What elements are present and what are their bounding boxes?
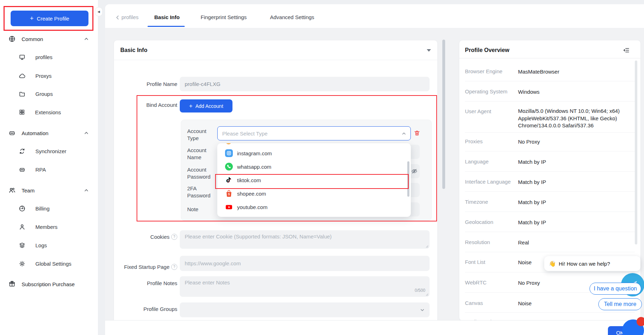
- divider: [465, 232, 635, 232]
- overview-row-label: Operating System: [465, 88, 516, 94]
- plus-icon: +: [189, 103, 192, 109]
- divider: [465, 212, 635, 212]
- sidebar-collapse-button[interactable]: ◀: [95, 7, 103, 16]
- overview-row-value: Real: [518, 239, 635, 247]
- chat-greeting-text: Hi! How can we help?: [559, 261, 610, 267]
- account-name-label: Account Name: [187, 147, 216, 161]
- cookies-textarea[interactable]: [180, 230, 430, 249]
- sidebar-section-automation[interactable]: Automation: [0, 127, 98, 139]
- profile-name-label: Profile Name: [121, 80, 177, 87]
- overview-row-label: Font List: [465, 259, 516, 265]
- profile-groups-label: Profile Groups: [121, 305, 177, 312]
- profile-notes-textarea[interactable]: [180, 276, 430, 297]
- back-button[interactable]: profiles: [115, 14, 139, 22]
- sidebar-item-extensions[interactable]: Extensions: [0, 106, 98, 119]
- overview-row-value: Match by IP: [518, 219, 635, 226]
- tab-basic-info[interactable]: Basic Info: [154, 14, 180, 22]
- chat-option-tell-me-more[interactable]: Tell me more: [598, 298, 642, 310]
- active-tab-underline: [148, 26, 185, 27]
- account-type-select[interactable]: Please Select Type: [217, 126, 411, 140]
- create-profile-button[interactable]: + Create Profile: [11, 11, 88, 26]
- collapse-panel-icon[interactable]: [623, 47, 629, 53]
- character-counter: 0/500: [393, 288, 425, 293]
- profile-groups-select[interactable]: [180, 302, 430, 317]
- chat-greeting-bubble[interactable]: 👋 Hi! How can we help?: [544, 256, 640, 271]
- sidebar-item-global-settings[interactable]: Global Settings: [0, 257, 98, 270]
- chevron-up-icon: [84, 131, 89, 135]
- divider: [465, 81, 635, 81]
- svg-text:S: S: [228, 192, 230, 196]
- overview-row-label: Language: [465, 158, 516, 164]
- profile-notes-label: Profile Notes: [121, 279, 177, 287]
- overview-row-label: Geolocation: [465, 219, 516, 225]
- gauge-icon: [19, 205, 25, 212]
- sidebar-item-profiles[interactable]: profiles: [0, 51, 98, 63]
- select-placeholder: Please Select Type: [222, 131, 268, 137]
- dropdown-option-instagram[interactable]: instagram.com: [217, 146, 411, 160]
- app-window: + Create Profile Common profiles Proxys …: [0, 0, 644, 335]
- resize-handle-icon[interactable]: [425, 245, 429, 248]
- overview-scrollbar[interactable]: [635, 60, 637, 244]
- gift-icon: [8, 281, 16, 288]
- dropdown-option-whatsapp[interactable]: whatsapp.com: [217, 160, 411, 173]
- dropdown-scrollbar[interactable]: [407, 161, 409, 197]
- eye-slash-icon[interactable]: [411, 168, 418, 175]
- robot-icon: [8, 129, 16, 137]
- chevron-left-icon: ◀: [98, 10, 100, 13]
- plus-icon: +: [30, 15, 34, 22]
- sidebar-item-logs[interactable]: Logs: [0, 239, 98, 252]
- divider: [465, 151, 635, 151]
- overview-row-value: Match by IP: [518, 199, 635, 206]
- fixed-startup-page-input[interactable]: [180, 256, 430, 271]
- delete-account-trash-icon[interactable]: [413, 129, 421, 137]
- collapse-card-chevron-icon[interactable]: [427, 49, 431, 52]
- resize-handle-icon[interactable]: [425, 293, 429, 296]
- dropdown-option-tiktok[interactable]: tiktok.com: [217, 173, 411, 187]
- create-profile-label: Create Profile: [37, 16, 69, 22]
- note-label: Note: [187, 206, 216, 213]
- divider: [465, 132, 635, 133]
- sidebar-item-synchronizer[interactable]: Synchronizer: [0, 145, 98, 157]
- sidebar-item-label: Members: [35, 224, 58, 230]
- shopee-icon: S: [225, 190, 233, 197]
- chat-notification-badge: [637, 317, 644, 326]
- sidebar-item-label: Extensions: [35, 109, 61, 115]
- sidebar-item-label: Groups: [35, 91, 53, 97]
- dropdown-option-youtube[interactable]: youtube.com: [217, 200, 411, 214]
- overview-row-value: MasMateBrowser: [518, 68, 635, 76]
- main-scrollbar[interactable]: [442, 40, 445, 189]
- sidebar-item-label: Synchronizer: [35, 148, 67, 154]
- divider: [465, 312, 635, 313]
- sidebar-item-subscription-purchase[interactable]: Subscription Purchase: [0, 278, 98, 290]
- monitor-icon: [19, 54, 25, 60]
- account-type-label: Account Type: [187, 128, 216, 142]
- dropdown-option-shopee[interactable]: S shopee.com: [217, 187, 411, 200]
- profile-name-input[interactable]: [180, 77, 430, 91]
- sidebar-section-team[interactable]: Team: [0, 184, 98, 197]
- tab-advanced-settings[interactable]: Advanced Settings: [270, 14, 314, 22]
- sidebar-section-common[interactable]: Common: [0, 33, 98, 45]
- sidebar-section-label: Common: [22, 36, 43, 42]
- profile-overview-card: Profile Overview Browser Engine MasMateB…: [459, 40, 641, 321]
- person-icon: [19, 224, 25, 230]
- sidebar-item-members[interactable]: Members: [0, 220, 98, 233]
- overview-title: Profile Overview: [465, 47, 509, 53]
- chat-option-question[interactable]: I have a question: [590, 283, 641, 295]
- chevron-up-icon: [402, 131, 406, 136]
- dropdown-option-label: youtube.com: [237, 204, 268, 210]
- sidebar-item-groups[interactable]: Groups: [0, 87, 98, 100]
- divider: [459, 58, 640, 58]
- chevron-up-icon: [84, 188, 89, 193]
- sidebar-item-proxys[interactable]: Proxys: [0, 69, 98, 82]
- account-type-dropdown: instagram.com whatsapp.com tiktok.com S …: [217, 143, 411, 217]
- tab-fingerprint-settings[interactable]: Fingerprint Settings: [201, 14, 247, 22]
- twofa-password-label: 2FA Password: [187, 185, 216, 199]
- wave-emoji-icon: 👋: [549, 260, 556, 267]
- sidebar-section-label: Automation: [22, 130, 48, 136]
- overview-row-value: Windows: [518, 88, 635, 96]
- team-icon: [8, 187, 16, 194]
- sidebar-item-rpa[interactable]: RPA: [0, 163, 98, 176]
- help-icon: ?: [171, 264, 177, 270]
- add-account-button[interactable]: + Add Account: [180, 99, 232, 112]
- sidebar-item-billing[interactable]: Billing: [0, 202, 98, 215]
